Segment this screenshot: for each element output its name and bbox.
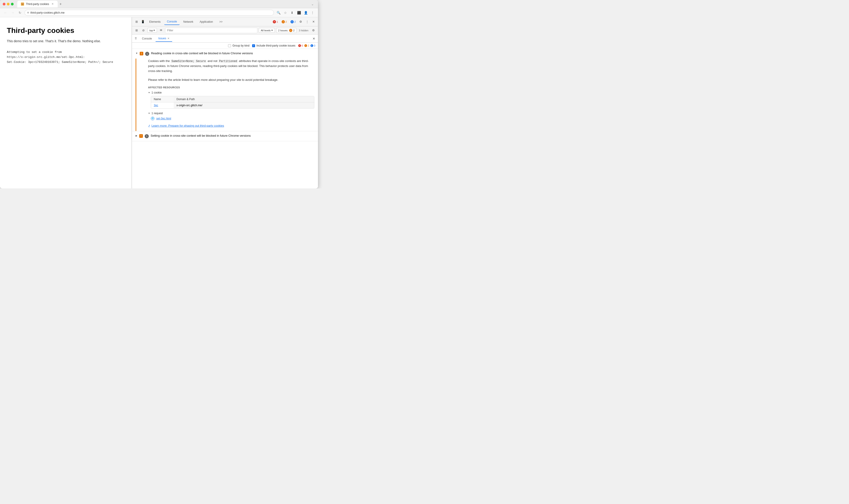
tab-more[interactable]: >> bbox=[217, 19, 225, 25]
issues-tab-close-icon[interactable]: ✕ bbox=[167, 37, 170, 40]
group-by-kind-checkbox[interactable]: Group by kind bbox=[228, 44, 249, 47]
browser-tab[interactable]: 🍪 Third-party cookies ✕ bbox=[17, 1, 58, 7]
request-count-label: 1 request bbox=[152, 112, 163, 115]
close-window-button[interactable] bbox=[3, 3, 5, 5]
log-level-selector[interactable]: All levels ▾ bbox=[259, 28, 275, 33]
issues-warn-count: 2 bbox=[293, 29, 295, 32]
extensions-icon[interactable]: ⬛ bbox=[296, 10, 302, 15]
issues-count-badges: ✕ 0 ⚠ 2 ℹ 0 bbox=[298, 44, 315, 47]
tab-favicon: 🍪 bbox=[21, 2, 24, 6]
address-bar[interactable]: ⊕ third-party-cookies.glitch.me bbox=[24, 10, 274, 16]
main-area: Third-party cookies This demo tries to s… bbox=[0, 17, 318, 188]
globe-icon: 🌐 bbox=[151, 117, 155, 120]
error-count: 1 bbox=[277, 20, 278, 23]
forward-button[interactable]: → bbox=[10, 10, 15, 15]
maximize-window-button[interactable] bbox=[11, 3, 14, 5]
issue-1-description: Cookies with the SameSite=None; Secure a… bbox=[148, 58, 314, 74]
devtools-panel: ⊞ 📱 Elements Console Network Application… bbox=[132, 17, 318, 188]
cookie-count-label: 1 cookie bbox=[152, 91, 162, 94]
devtools-close-icon[interactable]: ✕ bbox=[311, 19, 316, 24]
issues-console-tab[interactable]: Console bbox=[139, 36, 155, 41]
issue-item-2: ▶ ! 1 Setting cookie in cross-site conte… bbox=[132, 131, 318, 141]
warn-badge[interactable]: ⚠ 2 bbox=[280, 20, 288, 24]
issue-2-chevron-icon: ▶ bbox=[136, 134, 137, 137]
issues-tab-label: Issues bbox=[158, 37, 166, 40]
include-third-party-label: Include third-party cookie issues bbox=[257, 44, 295, 47]
hidden-count-label: 3 hidden bbox=[298, 29, 309, 32]
cookie-info: Attempting to set a cookie from https://… bbox=[7, 50, 125, 65]
profile-icon[interactable]: 👤 bbox=[303, 10, 308, 15]
error-badge[interactable]: ✕ 1 bbox=[271, 20, 279, 24]
issues-info-count: 0 bbox=[314, 44, 315, 47]
devtools-settings-icon[interactable]: ⚙ bbox=[298, 19, 303, 24]
cookie-table-row: 3pc x-origin-src.glitch.me/ bbox=[151, 102, 314, 108]
devtools-dock-icon[interactable]: ⊞ bbox=[134, 19, 139, 24]
group-by-kind-label: Group by kind bbox=[232, 44, 249, 47]
cookie-name-link[interactable]: 3pc bbox=[154, 104, 158, 107]
context-value: top bbox=[149, 29, 153, 32]
expand-button[interactable]: ⌄ bbox=[310, 1, 315, 7]
issue-1-chevron-icon: ▼ bbox=[136, 52, 138, 54]
page-description: This demo tries to set one. That's it. T… bbox=[7, 39, 125, 43]
bookmark-icon[interactable]: ☆ bbox=[283, 10, 288, 15]
info-badge[interactable]: ℹ 2 bbox=[289, 20, 297, 24]
sidebar-toggle-icon[interactable]: ⊞ bbox=[134, 28, 139, 33]
issue-1-content: Cookies with the SameSite=None; Secure a… bbox=[136, 58, 318, 131]
issues-warn-icon: ⚠ bbox=[289, 29, 292, 32]
issues-tabs-bar: ⠿ Console Issues ✕ ✕ bbox=[132, 35, 318, 43]
group-by-kind-cb-icon bbox=[228, 44, 231, 47]
issue-2-warn-icon: ! bbox=[139, 134, 143, 138]
clear-console-icon[interactable]: ⊘ bbox=[141, 28, 146, 33]
back-button[interactable]: ← bbox=[3, 10, 8, 15]
cookie-resource-toggle[interactable]: ▼ 1 cookie bbox=[148, 91, 314, 94]
context-selector[interactable]: top ▾ bbox=[147, 28, 157, 33]
issues-panel-close-icon[interactable]: ✕ bbox=[313, 37, 315, 40]
devtools-device-icon[interactable]: 📱 bbox=[140, 19, 146, 24]
page-content: Third-party cookies This demo tries to s… bbox=[0, 17, 132, 188]
toolbar-actions: 🔍 ☆ ⬇ ⬛ 👤 ⋮ bbox=[276, 10, 315, 15]
devtools-topbar: ⊞ 📱 Elements Console Network Application… bbox=[132, 17, 318, 26]
issue-1-warn-icon: ! bbox=[140, 52, 143, 55]
request-resource-toggle[interactable]: ▼ 1 request bbox=[148, 112, 314, 115]
console-settings-icon[interactable]: ⚙ bbox=[311, 28, 316, 33]
console-filter-input[interactable] bbox=[165, 28, 257, 33]
new-tab-button[interactable]: + bbox=[59, 2, 61, 6]
info-icon: ℹ bbox=[311, 44, 313, 47]
devtools-more-icon[interactable]: ⋮ bbox=[304, 19, 310, 24]
title-bar: 🍪 Third-party cookies ✕ + ⌄ bbox=[0, 0, 318, 8]
include-third-party-checkbox[interactable]: ✓ Include third-party cookie issues bbox=[252, 44, 295, 47]
request-name-link[interactable]: set-3pc.html bbox=[156, 117, 171, 120]
issues-error-count: 0 bbox=[302, 44, 303, 47]
live-expressions-icon[interactable]: 👁 bbox=[158, 28, 164, 33]
issues-issues-tab[interactable]: Issues ✕ bbox=[156, 35, 172, 42]
tab-elements[interactable]: Elements bbox=[146, 19, 163, 25]
tab-application[interactable]: Application bbox=[197, 19, 216, 25]
issues-panel-menu-icon[interactable]: ⠿ bbox=[135, 37, 137, 40]
search-icon[interactable]: 🔍 bbox=[276, 10, 281, 15]
warn-icon: ⚠ bbox=[304, 44, 307, 47]
external-link-icon: ↗ bbox=[148, 124, 150, 127]
issues-warn-badge: ⚠ 2 bbox=[304, 44, 309, 47]
learn-more-link[interactable]: ↗ Learn more: Prepare for phasing out th… bbox=[148, 124, 314, 127]
minimize-window-button[interactable] bbox=[7, 3, 10, 5]
download-icon[interactable]: ⬇ bbox=[289, 10, 295, 15]
request-item: 🌐 set-3pc.html bbox=[151, 117, 314, 120]
tab-console[interactable]: Console bbox=[164, 19, 180, 25]
menu-button[interactable]: ⋮ bbox=[310, 10, 315, 15]
col-name-header: Name bbox=[151, 96, 174, 102]
log-level-icon: ▾ bbox=[271, 29, 273, 32]
issue-header-2[interactable]: ▶ ! 1 Setting cookie in cross-site conte… bbox=[132, 131, 318, 141]
cookie-url: https://x-origin-src.glitch.me/set-3pc.h… bbox=[7, 55, 125, 60]
page-title: Third-party cookies bbox=[7, 26, 125, 35]
reload-button[interactable]: ↻ bbox=[17, 10, 23, 15]
url-text: third-party-cookies.glitch.me bbox=[31, 11, 271, 14]
issue-header-1[interactable]: ▼ ! 1 Reading cookie in cross-site conte… bbox=[132, 49, 318, 58]
tab-title: Third-party cookies bbox=[26, 2, 49, 6]
code-partitioned: Partitioned bbox=[218, 59, 238, 63]
tab-network[interactable]: Network bbox=[180, 19, 196, 25]
cookie-header: Set-Cookie: 3pc=1703240163971; SameSite=… bbox=[7, 60, 125, 65]
info-count: 2 bbox=[294, 20, 296, 23]
tab-close-button[interactable]: ✕ bbox=[51, 2, 54, 6]
devtools-secondary-bar: ⊞ ⊘ top ▾ 👁 All levels ▾ 2 Issues: ⚠ 2 3… bbox=[132, 26, 318, 35]
issues-count-button[interactable]: 2 Issues: ⚠ 2 bbox=[276, 28, 297, 33]
